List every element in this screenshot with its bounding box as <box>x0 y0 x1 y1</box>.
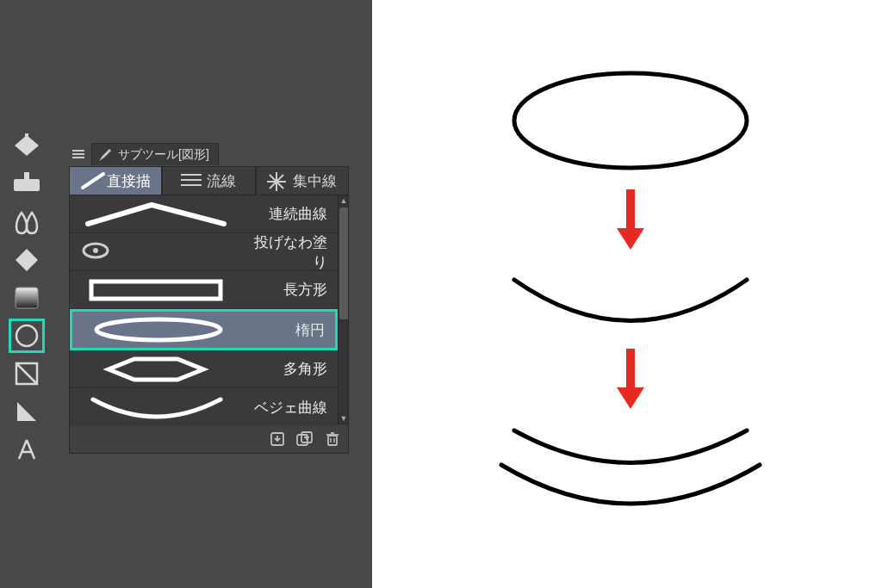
scrollbar[interactable]: ▲ ▼ <box>338 195 348 424</box>
list-item-continuous-curve[interactable]: 連続曲線 <box>70 195 338 233</box>
burst-icon <box>267 172 288 189</box>
subtool-tabs: 直接描 流線 集中 <box>69 166 349 195</box>
scroll-thumb[interactable] <box>339 207 348 319</box>
delete-button[interactable] <box>322 429 343 449</box>
line-icon <box>81 172 102 189</box>
list-item-label: 多角形 <box>242 359 331 379</box>
svg-rect-6 <box>16 288 38 308</box>
list-item-label: 投げなわ塗り <box>242 232 331 272</box>
svg-marker-45 <box>617 387 644 409</box>
canvas-panel <box>372 0 882 588</box>
svg-marker-43 <box>617 228 644 250</box>
arrow-down-icon <box>617 189 644 250</box>
subtool-list: 連続曲線 投げなわ塗り 長方形 <box>70 195 338 424</box>
svg-line-9 <box>16 363 37 384</box>
lasso-icon <box>70 233 242 270</box>
svg-rect-2 <box>14 179 40 191</box>
list-item-label: ベジェ曲線 <box>242 398 331 418</box>
eraser-tool-icon[interactable] <box>9 243 45 277</box>
app-panel: サブツール[図形] 直接描 流線 <box>0 0 372 588</box>
subtool-list-container: 連続曲線 投げなわ塗り 長方形 <box>69 195 349 424</box>
polygon-icon <box>70 350 242 387</box>
svg-line-23 <box>270 175 276 182</box>
continuous-curve-icon <box>70 195 242 232</box>
svg-rect-28 <box>91 282 220 299</box>
gradient-tool-icon[interactable] <box>9 167 45 201</box>
tab-focus-line[interactable]: 集中線 <box>256 166 349 195</box>
svg-rect-36 <box>328 436 337 445</box>
blend-tool-icon[interactable] <box>9 205 45 239</box>
duplicate-button[interactable] <box>295 429 315 449</box>
svg-line-22 <box>276 175 283 182</box>
square-gradient-tool-icon[interactable] <box>9 281 45 315</box>
list-item-polygon[interactable]: 多角形 <box>70 350 338 388</box>
subtool-title-tab[interactable]: サブツール[図形] <box>91 143 219 165</box>
scroll-up-icon[interactable]: ▲ <box>339 195 349 206</box>
text-tool-icon[interactable] <box>9 432 45 467</box>
ellipse-icon <box>72 312 245 348</box>
svg-point-27 <box>93 248 98 253</box>
list-item-lasso-fill[interactable]: 投げなわ塗り <box>70 233 338 271</box>
tab-label: 集中線 <box>293 171 337 191</box>
svg-marker-5 <box>16 249 38 271</box>
subtool-footer <box>69 424 349 454</box>
list-item-label: 長方形 <box>242 280 331 300</box>
rectangle-icon <box>70 271 242 308</box>
list-item-label: 連続曲線 <box>242 204 331 224</box>
svg-point-29 <box>96 319 220 340</box>
tab-stream-line[interactable]: 流線 <box>162 166 255 195</box>
svg-line-25 <box>270 182 276 189</box>
tab-direct-draw[interactable]: 直接描 <box>69 166 162 195</box>
svg-point-7 <box>16 325 37 346</box>
svg-line-24 <box>276 182 283 189</box>
list-item-ellipse[interactable]: 楕円 <box>70 309 338 350</box>
list-item-label: 楕円 <box>245 320 328 340</box>
ellipse-shape-tool-icon[interactable] <box>9 319 45 353</box>
import-button[interactable] <box>267 429 288 449</box>
ruler-tool-icon[interactable] <box>9 394 45 429</box>
brush-icon <box>97 147 113 163</box>
svg-marker-30 <box>109 359 203 380</box>
frame-tool-icon[interactable] <box>9 356 45 391</box>
arrow-down-icon <box>617 349 644 409</box>
tab-label: 流線 <box>207 171 236 191</box>
list-item-rectangle[interactable]: 長方形 <box>70 271 338 309</box>
list-item-bezier[interactable]: ベジェ曲線 <box>70 388 338 426</box>
svg-point-41 <box>514 73 747 168</box>
scroll-down-icon[interactable]: ▼ <box>339 413 349 424</box>
toolbar <box>9 129 48 467</box>
subtool-panel: サブツール[図形] 直接描 流線 <box>69 142 349 454</box>
fill-tool-icon[interactable] <box>9 129 45 164</box>
illustration-canvas <box>372 0 882 588</box>
panel-menu-icon[interactable] <box>69 145 88 164</box>
subtool-title-label: サブツール[図形] <box>118 147 209 163</box>
tab-label: 直接描 <box>107 171 151 191</box>
bezier-icon <box>70 388 242 426</box>
svg-rect-1 <box>25 133 28 139</box>
svg-marker-10 <box>17 402 36 421</box>
subtool-header: サブツール[図形] <box>69 142 349 166</box>
svg-line-14 <box>83 174 103 188</box>
speedlines-icon <box>181 172 202 189</box>
